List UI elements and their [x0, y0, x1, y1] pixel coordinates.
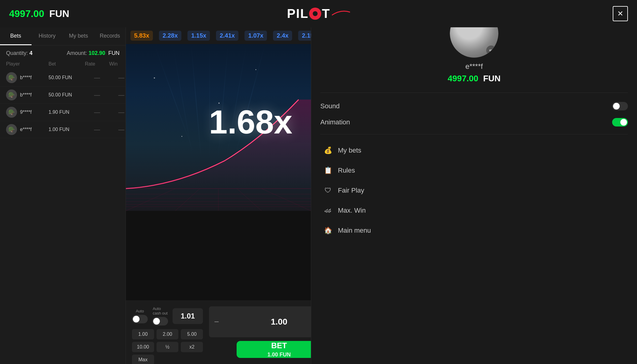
mult-badge[interactable]: 1.07x	[244, 31, 267, 41]
amount-label: Amount:	[67, 50, 87, 56]
menu-icon: 🛡	[323, 186, 332, 195]
bet-amount: 50.00 FUN	[49, 92, 85, 98]
tab-bets[interactable]: Bets	[0, 27, 32, 45]
profile-balance-currency: FUN	[483, 74, 501, 83]
toggle-knob	[613, 103, 620, 110]
amount-value: 102.90	[89, 50, 105, 56]
setting-row-animation: Animation	[320, 118, 628, 126]
player-info: 🪖 9****f	[6, 107, 49, 118]
player-name: e****f	[20, 127, 32, 132]
menu-item-label: Main menu	[338, 227, 371, 234]
mult-badge[interactable]: 2.4x	[273, 31, 292, 41]
tab-my-bets[interactable]: My bets	[63, 27, 94, 45]
quantity-label: Quantity:	[6, 50, 28, 56]
auto-toggle-knob	[133, 316, 140, 322]
rate-value: —	[85, 126, 109, 133]
balance-amount: 4997.00	[9, 8, 44, 19]
menu-icon: 🏠	[323, 226, 332, 235]
menu-icon: 📋	[323, 166, 332, 175]
mult-badge[interactable]: 2.28x	[159, 31, 181, 41]
player-name: b****f	[20, 92, 32, 98]
rate-value: —	[85, 92, 109, 99]
tabs: BetsHistoryMy betsRecords	[0, 27, 126, 46]
logo-text2: T	[322, 6, 330, 21]
auto-cashout-label: Autocash out	[153, 306, 167, 315]
auto-cashout-toggle-group: Autocash out	[152, 306, 168, 325]
edit-icon[interactable]: ✏	[486, 46, 496, 55]
table-column-headers: PlayerBetRateWin	[0, 59, 126, 69]
multiplier-input[interactable]	[173, 308, 203, 324]
setting-toggle-animation[interactable]	[612, 118, 628, 126]
quick-amount-btn[interactable]: 1.00	[132, 329, 154, 339]
menu-item-my-bets[interactable]: 💰 My bets	[320, 140, 628, 160]
tab-history[interactable]: History	[32, 27, 63, 45]
col-header-bet: Bet	[49, 61, 85, 67]
bet-button-sub: 1.00 FUN	[267, 352, 291, 358]
logo-wing-icon	[332, 9, 350, 18]
setting-toggle-sound[interactable]	[612, 102, 628, 110]
avatar: 🪖	[6, 89, 17, 100]
quick-amount-btn[interactable]: 2.00	[157, 329, 179, 339]
right-panel: ✏ e****f 4997.00 FUN Sound Animation 💰 M…	[311, 0, 637, 364]
balance-currency: FUN	[49, 8, 69, 19]
profile-balance: 4997.00 FUN	[448, 74, 501, 83]
header-balance: 4997.00 FUN	[9, 8, 69, 19]
menu-item-label: Rules	[338, 167, 355, 174]
avatar: 🪖	[6, 107, 17, 118]
setting-row-sound: Sound	[320, 102, 628, 110]
mult-badge[interactable]: 2.41x	[216, 31, 238, 41]
toggle-knob	[620, 119, 627, 126]
auto-cashout-toggle[interactable]	[152, 317, 168, 325]
quick-amount-btn[interactable]: 5.00	[181, 329, 203, 339]
settings-rows: Sound Animation	[320, 102, 628, 126]
svg-line-8	[237, 189, 261, 211]
quick-amount-btn[interactable]: Max	[132, 355, 154, 364]
logo: PIL T	[287, 6, 350, 21]
auto-toggle[interactable]	[132, 315, 148, 323]
auto-toggle-group: Auto	[132, 309, 148, 323]
menu-icon: 🏎	[323, 206, 332, 215]
menu-item-max--win[interactable]: 🏎 Max. Win	[320, 201, 628, 221]
table-header: Quantity: 4 Amount: 102.90 FUN	[0, 46, 126, 59]
tab-records[interactable]: Records	[94, 27, 126, 45]
setting-label: Sound	[320, 102, 340, 110]
mult-badge[interactable]: 2.15x	[298, 31, 311, 41]
col-header-rate: Rate	[85, 61, 109, 67]
bet-button[interactable]: BET 1.00 FUN	[237, 341, 322, 358]
player-rows: 🪖 b****f 50.00 FUN — — 🪖 b****f 50.00 FU…	[0, 69, 126, 138]
quick-amount-btn[interactable]: 10.00	[132, 342, 154, 352]
bet-amount: 1.00 FUN	[49, 127, 85, 132]
menu-item-main-menu[interactable]: 🏠 Main menu	[320, 221, 628, 241]
menu-item-label: Fair Play	[338, 187, 364, 194]
quick-amount-btn[interactable]: x2	[181, 342, 203, 352]
auto-cashout-knob	[153, 318, 160, 325]
header: 4997.00 FUN PIL T ✕	[0, 0, 637, 27]
rate-value: —	[85, 74, 109, 81]
menu-icon: 💰	[323, 146, 332, 155]
logo-o-icon	[309, 8, 321, 20]
menu-item-rules[interactable]: 📋 Rules	[320, 160, 628, 180]
bet-amount: 1.90 FUN	[49, 110, 85, 115]
col-header-player: Player	[6, 61, 49, 67]
profile-name: e****f	[465, 62, 483, 71]
table-row: 🪖 b****f 50.00 FUN — —	[0, 69, 126, 86]
quantity-value: 4	[29, 50, 32, 56]
mult-badge[interactable]: 5.83x	[130, 31, 153, 41]
menu-item-label: Max. Win	[338, 207, 366, 214]
quick-amount-btn[interactable]: ½	[157, 342, 179, 352]
avatar: 🪖	[6, 124, 17, 135]
player-name: 9****f	[20, 110, 32, 115]
game-canvas: 1.68x	[126, 44, 311, 211]
player-name: b****f	[20, 75, 32, 80]
menu-item-fair-play[interactable]: 🛡 Fair Play	[320, 180, 628, 201]
svg-line-9	[126, 189, 175, 211]
decrement-button[interactable]: −	[209, 306, 224, 337]
svg-line-10	[261, 189, 311, 211]
mult-badge[interactable]: 1.15x	[187, 31, 210, 41]
menu-items: 💰 My bets 📋 Rules 🛡 Fair Play 🏎 Max. Win…	[320, 134, 628, 241]
svg-line-7	[175, 189, 200, 211]
avatar: 🪖	[6, 72, 17, 83]
auto-label: Auto	[136, 309, 144, 313]
close-button[interactable]: ✕	[613, 6, 628, 21]
current-multiplier: 1.68x	[209, 103, 292, 141]
